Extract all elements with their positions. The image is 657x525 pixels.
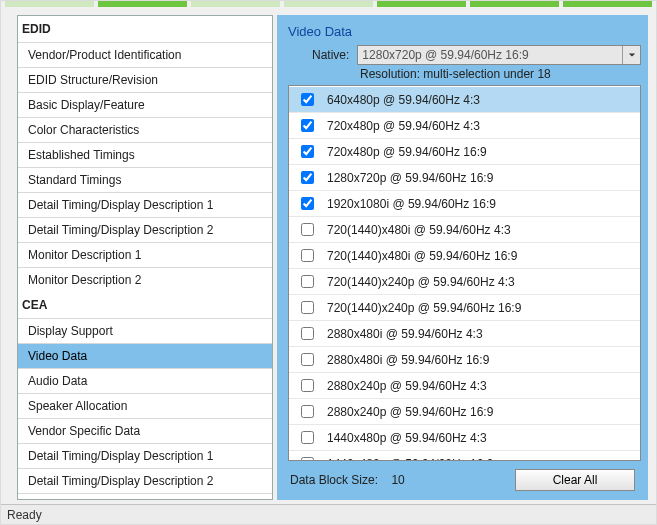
resolution-row[interactable]: 720(1440)x240p @ 59.94/60Hz 16:9 — [289, 295, 640, 321]
resolution-checkbox[interactable] — [301, 379, 314, 392]
nav-item[interactable]: EDID Structure/Revision — [18, 67, 272, 92]
nav-item[interactable]: Established Timings — [18, 142, 272, 167]
resolution-checkbox[interactable] — [301, 275, 314, 288]
resolution-label: 1440x480p @ 59.94/60Hz 4:3 — [327, 431, 632, 445]
nav-item[interactable]: Basic Display/Feature — [18, 92, 272, 117]
resolution-row[interactable]: 720(1440)x240p @ 59.94/60Hz 4:3 — [289, 269, 640, 295]
chevron-down-icon — [622, 46, 640, 64]
resolution-row[interactable]: 1440x480p @ 59.94/60Hz 16:9 — [289, 451, 640, 461]
resolution-label: 1280x720p @ 59.94/60Hz 16:9 — [327, 171, 632, 185]
nav-group-header: EDID — [18, 16, 272, 42]
resolution-row[interactable]: 640x480p @ 59.94/60Hz 4:3 — [289, 87, 640, 113]
nav-item[interactable]: Standard Timings — [18, 167, 272, 192]
resolution-checkbox[interactable] — [301, 249, 314, 262]
nav-item[interactable]: Video Data — [18, 343, 272, 368]
panel-title: Video Data — [288, 24, 641, 39]
resolution-checkbox[interactable] — [301, 223, 314, 236]
nav-item[interactable]: Monitor Description 1 — [18, 242, 272, 267]
navigation-tree[interactable]: EDIDVendor/Product IdentificationEDID St… — [17, 15, 273, 500]
native-label: Native: — [312, 48, 349, 62]
nav-item[interactable]: Display Support — [18, 318, 272, 343]
resolution-row[interactable]: 2880x240p @ 59.94/60Hz 4:3 — [289, 373, 640, 399]
nav-item[interactable]: Color Characteristics — [18, 117, 272, 142]
nav-item[interactable]: Detail Timing/Display Description 1 — [18, 443, 272, 468]
nav-item[interactable]: Vendor/Product Identification — [18, 42, 272, 67]
resolution-label: 2880x480i @ 59.94/60Hz 4:3 — [327, 327, 632, 341]
resolution-label: 640x480p @ 59.94/60Hz 4:3 — [327, 93, 632, 107]
resolution-checkbox[interactable] — [301, 119, 314, 132]
resolution-row[interactable]: 2880x480i @ 59.94/60Hz 4:3 — [289, 321, 640, 347]
resolution-row[interactable]: 720(1440)x480i @ 59.94/60Hz 16:9 — [289, 243, 640, 269]
app-window: EDIDVendor/Product IdentificationEDID St… — [0, 0, 657, 525]
resolution-row[interactable]: 2880x240p @ 59.94/60Hz 16:9 — [289, 399, 640, 425]
resolution-label: 720(1440)x240p @ 59.94/60Hz 16:9 — [327, 301, 632, 315]
resolution-row[interactable]: 2880x480i @ 59.94/60Hz 16:9 — [289, 347, 640, 373]
nav-item[interactable]: Speaker Allocation — [18, 393, 272, 418]
resolution-label: 720x480p @ 59.94/60Hz 4:3 — [327, 119, 632, 133]
resolution-list[interactable]: 640x480p @ 59.94/60Hz 4:3720x480p @ 59.9… — [288, 85, 641, 461]
block-size-label: Data Block Size: — [290, 473, 378, 487]
nav-group-header: CEA — [18, 292, 272, 318]
resolution-row[interactable]: 720x480p @ 59.94/60Hz 4:3 — [289, 113, 640, 139]
resolution-label: 720(1440)x480i @ 59.94/60Hz 16:9 — [327, 249, 632, 263]
nav-item[interactable]: Detail Timing/Display Description 3 — [18, 493, 272, 500]
native-select[interactable]: 1280x720p @ 59.94/60Hz 16:9 — [357, 45, 641, 65]
nav-item[interactable]: Detail Timing/Display Description 1 — [18, 192, 272, 217]
resolution-checkbox[interactable] — [301, 327, 314, 340]
resolution-label: 2880x240p @ 59.94/60Hz 4:3 — [327, 379, 632, 393]
panel-footer: Data Block Size: 10 Clear All — [288, 461, 641, 493]
native-select-value: 1280x720p @ 59.94/60Hz 16:9 — [362, 48, 528, 62]
resolution-checkbox[interactable] — [301, 93, 314, 106]
resolution-label: 720x480p @ 59.94/60Hz 16:9 — [327, 145, 632, 159]
resolution-checkbox[interactable] — [301, 353, 314, 366]
main-area: EDIDVendor/Product IdentificationEDID St… — [1, 7, 656, 504]
video-data-panel: Video Data Native: 1280x720p @ 59.94/60H… — [277, 15, 648, 500]
nav-item[interactable]: Monitor Description 2 — [18, 267, 272, 292]
nav-item[interactable]: Audio Data — [18, 368, 272, 393]
resolution-row[interactable]: 1440x480p @ 59.94/60Hz 4:3 — [289, 425, 640, 451]
nav-item[interactable]: Vendor Specific Data — [18, 418, 272, 443]
nav-item[interactable]: Detail Timing/Display Description 2 — [18, 217, 272, 242]
status-bar: Ready — [1, 504, 656, 524]
resolution-hint: Resolution: multi-selection under 18 — [288, 67, 641, 81]
clear-all-button[interactable]: Clear All — [515, 469, 635, 491]
resolution-label: 1920x1080i @ 59.94/60Hz 16:9 — [327, 197, 632, 211]
resolution-checkbox[interactable] — [301, 171, 314, 184]
resolution-label: 720(1440)x240p @ 59.94/60Hz 4:3 — [327, 275, 632, 289]
resolution-label: 720(1440)x480i @ 59.94/60Hz 4:3 — [327, 223, 632, 237]
resolution-checkbox[interactable] — [301, 197, 314, 210]
resolution-checkbox[interactable] — [301, 301, 314, 314]
resolution-row[interactable]: 720(1440)x480i @ 59.94/60Hz 4:3 — [289, 217, 640, 243]
resolution-checkbox[interactable] — [301, 145, 314, 158]
resolution-checkbox[interactable] — [301, 405, 314, 418]
resolution-label: 2880x480i @ 59.94/60Hz 16:9 — [327, 353, 632, 367]
resolution-row[interactable]: 720x480p @ 59.94/60Hz 16:9 — [289, 139, 640, 165]
block-size-value: 10 — [391, 473, 404, 487]
native-row: Native: 1280x720p @ 59.94/60Hz 16:9 — [288, 45, 641, 65]
resolution-row[interactable]: 1280x720p @ 59.94/60Hz 16:9 — [289, 165, 640, 191]
resolution-label: 2880x240p @ 59.94/60Hz 16:9 — [327, 405, 632, 419]
nav-item[interactable]: Detail Timing/Display Description 2 — [18, 468, 272, 493]
block-size-group: Data Block Size: 10 — [290, 473, 405, 487]
status-text: Ready — [7, 508, 42, 522]
resolution-checkbox[interactable] — [301, 431, 314, 444]
resolution-row[interactable]: 1920x1080i @ 59.94/60Hz 16:9 — [289, 191, 640, 217]
